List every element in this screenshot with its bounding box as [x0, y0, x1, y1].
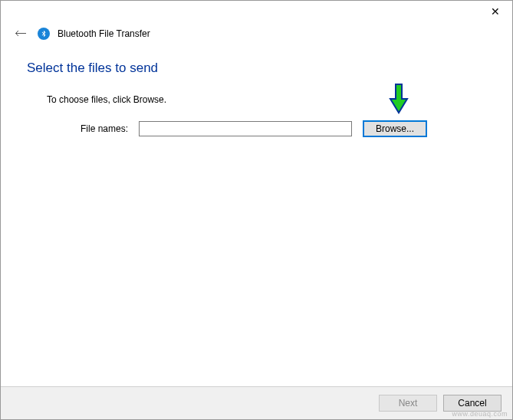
back-arrow-icon[interactable]: 🡐 [12, 25, 30, 42]
cancel-button[interactable]: Cancel [443, 395, 501, 412]
wizard-header: 🡐 Bluetooth File Transfer [1, 21, 512, 48]
app-title: Bluetooth File Transfer [58, 28, 150, 39]
watermark-text: www.deuaq.com [452, 410, 508, 418]
file-selection-row: File names: Browse... [47, 120, 486, 137]
browse-button[interactable]: Browse... [363, 120, 427, 137]
instruction-text: To choose files, click Browse. [47, 94, 486, 105]
wizard-footer: Next Cancel [1, 386, 512, 419]
file-names-label: File names: [47, 123, 128, 134]
next-button: Next [379, 395, 437, 412]
file-names-input[interactable] [139, 121, 352, 136]
content-area: Select the files to send To choose files… [1, 48, 512, 137]
titlebar: ✕ [1, 1, 512, 21]
bluetooth-icon [38, 28, 50, 40]
page-heading: Select the files to send [27, 61, 486, 76]
close-icon[interactable]: ✕ [486, 4, 505, 21]
